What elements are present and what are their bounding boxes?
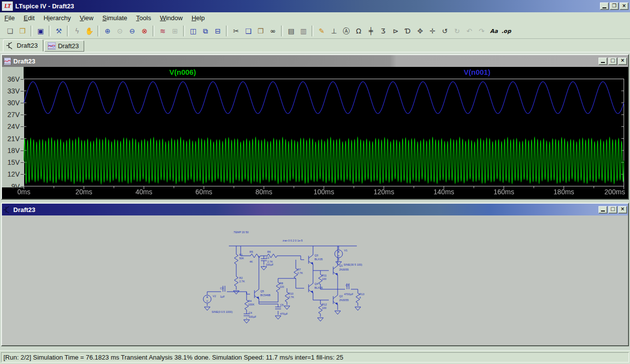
print-preview-button[interactable]: ▥ bbox=[297, 25, 310, 37]
diode-button[interactable]: ⊳ bbox=[389, 25, 402, 37]
zoom-full-extents-icon: ⊙ bbox=[117, 28, 123, 34]
tab-waveform-draft23[interactable]: Draft23 bbox=[44, 40, 85, 52]
zoom-in-button[interactable]: ⊕ bbox=[101, 25, 114, 37]
restore-icon: ❐ bbox=[612, 3, 617, 9]
net-label-button[interactable]: Ⓐ bbox=[340, 25, 352, 37]
open-file-button[interactable]: ❒ bbox=[16, 25, 29, 37]
schematic-canvas[interactable]: .TEMP 20 50.tran 0 0.2 0 1e-5R150KR22.7K… bbox=[2, 215, 628, 345]
schematic-label: 220 bbox=[280, 285, 284, 288]
menu-file[interactable]: File bbox=[0, 13, 19, 23]
resistor-button[interactable]: Ω bbox=[352, 25, 365, 37]
schematic-label: 2.7K bbox=[288, 296, 294, 299]
control-panel-button[interactable]: ⚒ bbox=[53, 25, 65, 37]
schematic-label: 4 bbox=[359, 296, 361, 299]
schematic-label: 470µF bbox=[280, 312, 288, 315]
paste-button[interactable]: ❐ bbox=[254, 25, 267, 37]
schematic-label: R5 bbox=[250, 250, 253, 253]
legend-vn001[interactable]: V(n001) bbox=[464, 68, 490, 76]
plot-minimize-button[interactable] bbox=[598, 58, 607, 65]
schematic-label: BLX35 bbox=[315, 258, 323, 261]
schem-minimize-button[interactable] bbox=[598, 206, 607, 213]
toolbar-separator bbox=[312, 26, 314, 36]
halt-hand-button[interactable]: ✋ bbox=[83, 25, 95, 37]
undo-button[interactable]: ↺ bbox=[439, 25, 451, 37]
copy-button[interactable]: ❑ bbox=[242, 25, 254, 37]
drag-icon: ✛ bbox=[430, 28, 436, 34]
plot-client-area[interactable]: 36V33V30V27V24V21V18V15V12V9V V(n006) V(… bbox=[2, 67, 628, 199]
schematic-label: R11 bbox=[322, 274, 327, 277]
ground-button[interactable]: ⊥ bbox=[328, 25, 340, 37]
plot-close-button[interactable]: × bbox=[618, 58, 627, 65]
component-icon: Ɗ bbox=[405, 28, 410, 34]
maximize-icon: □ bbox=[610, 206, 615, 212]
wire-pencil-icon: ✎ bbox=[319, 28, 325, 34]
text-tool-button[interactable]: Aa bbox=[488, 25, 500, 37]
cut-button[interactable]: ✂ bbox=[230, 25, 242, 37]
rotate-icon: ↶ bbox=[467, 28, 472, 34]
close-icon: × bbox=[621, 58, 625, 63]
app-restore-button[interactable]: ❐ bbox=[610, 2, 619, 10]
plot-maximize-button[interactable]: □ bbox=[608, 58, 617, 65]
schematic-label: 100 bbox=[322, 306, 326, 309]
rotate-button[interactable]: ↶ bbox=[463, 25, 475, 37]
zoom-full-extents-button[interactable]: ⊙ bbox=[114, 25, 126, 37]
tile-vertically-button[interactable]: ◫ bbox=[187, 25, 199, 37]
menu-hierarchy[interactable]: Hierarchy bbox=[39, 13, 75, 23]
zoom-out-button[interactable]: ⊖ bbox=[126, 25, 138, 37]
redo-button[interactable]: ↻ bbox=[451, 25, 463, 37]
menu-window[interactable]: Window bbox=[156, 13, 187, 23]
cascade-windows-icon: ⧉ bbox=[203, 28, 208, 34]
new-schematic-icon: ❏ bbox=[7, 28, 13, 34]
waveform-window-title-bar[interactable]: Draft23 □ × bbox=[2, 55, 628, 67]
schematic-label: Q3 bbox=[315, 254, 318, 257]
inductor-icon: Ʒ bbox=[381, 28, 385, 34]
schematic-label: SINE(30 5 100) bbox=[344, 263, 362, 266]
inductor-button[interactable]: Ʒ bbox=[377, 25, 389, 37]
find-button[interactable]: ∞ bbox=[267, 25, 279, 37]
menu-simulate[interactable]: Simulate bbox=[98, 13, 132, 23]
find-icon: ∞ bbox=[270, 28, 276, 34]
mirror-button[interactable]: ↷ bbox=[475, 25, 488, 37]
autorange-axes-button[interactable]: ⊞ bbox=[169, 25, 181, 37]
drag-button[interactable]: ✛ bbox=[426, 25, 439, 37]
spice-directive-button[interactable]: .op bbox=[500, 25, 512, 37]
cut-icon: ✂ bbox=[233, 28, 239, 34]
menu-help[interactable]: Help bbox=[187, 13, 209, 23]
circuit-drawing: .TEMP 20 50.tran 0 0.2 0 1e-5R150KR22.7K… bbox=[199, 225, 369, 331]
app-close-button[interactable]: × bbox=[620, 2, 629, 10]
resistor-icon: Ω bbox=[356, 28, 361, 34]
legend-vn006[interactable]: V(n006) bbox=[169, 68, 196, 76]
menu-tools[interactable]: Tools bbox=[132, 13, 156, 23]
menu-view[interactable]: View bbox=[75, 13, 98, 23]
save-button[interactable]: ▣ bbox=[34, 25, 47, 37]
plot-settings-button[interactable]: ≋ bbox=[157, 25, 169, 37]
capacitor-button[interactable]: ╪ bbox=[365, 25, 377, 37]
cascade-windows-button[interactable]: ⧉ bbox=[199, 25, 212, 37]
schematic-window-title-bar[interactable]: Draft23 □ × bbox=[2, 204, 628, 215]
app-minimize-button[interactable] bbox=[600, 2, 609, 10]
new-schematic-button[interactable]: ❏ bbox=[4, 25, 16, 37]
capacitor-icon: ╪ bbox=[369, 28, 373, 34]
diode-icon: ⊳ bbox=[393, 28, 399, 34]
zoom-back-button[interactable]: ⊗ bbox=[138, 25, 151, 37]
wire-pencil-button[interactable]: ✎ bbox=[315, 25, 328, 37]
menu-edit[interactable]: Edit bbox=[19, 13, 39, 23]
run-simulation-button[interactable]: ϟ bbox=[71, 25, 83, 37]
schematic-label: 50K bbox=[239, 257, 244, 260]
tile-vertically-icon: ◫ bbox=[190, 28, 196, 34]
x-tick-label: 80ms bbox=[255, 188, 272, 196]
app-title-text: LTspice IV - Draft23 bbox=[15, 2, 74, 10]
y-tick-label: 21V bbox=[2, 135, 20, 143]
schem-close-button[interactable]: × bbox=[618, 206, 627, 213]
app-logo-icon: LT bbox=[1, 1, 13, 11]
waveform-plot[interactable] bbox=[24, 67, 628, 199]
schematic-label: R2 bbox=[239, 276, 243, 279]
component-button[interactable]: Ɗ bbox=[402, 25, 414, 37]
schem-maximize-button[interactable]: □ bbox=[608, 206, 617, 213]
tile-horizontally-button[interactable]: ⊟ bbox=[212, 25, 224, 37]
y-tick-label: 30V bbox=[2, 99, 20, 107]
tab-schematic-draft23[interactable]: Draft23 bbox=[3, 39, 43, 52]
schematic-label: R4 bbox=[248, 300, 252, 303]
move-button[interactable]: ✥ bbox=[414, 25, 426, 37]
print-button[interactable]: ▤ bbox=[285, 25, 297, 37]
